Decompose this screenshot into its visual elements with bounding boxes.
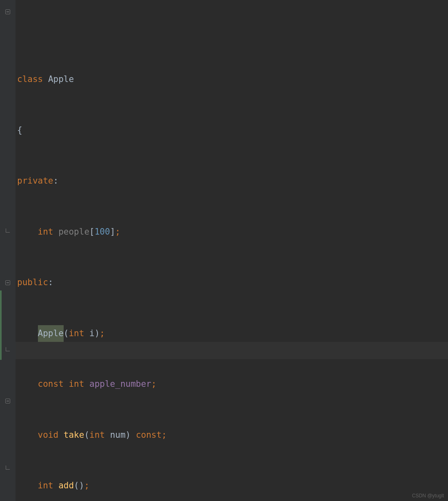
fold-end-icon xyxy=(6,466,10,470)
fold-icon[interactable] xyxy=(5,399,10,403)
code-line[interactable]: public: xyxy=(16,274,448,291)
vcs-change-stripe xyxy=(0,290,2,360)
code-line[interactable]: Apple(int i); xyxy=(16,325,448,342)
fold-end-icon xyxy=(6,347,10,351)
code-line[interactable]: int people[100]; xyxy=(16,224,448,241)
code-line[interactable]: void take(int num) const; xyxy=(16,427,448,444)
watermark: CSDN @ytuglt xyxy=(412,493,444,499)
code-line[interactable]: private: xyxy=(16,173,448,190)
code-editor[interactable]: class Apple { private: int people[100]; … xyxy=(0,0,448,501)
fold-icon[interactable] xyxy=(5,9,10,14)
highlighted-symbol: Apple xyxy=(38,325,64,342)
code-line[interactable]: const int apple_number; xyxy=(16,376,448,393)
fold-icon[interactable] xyxy=(5,280,10,285)
code-line[interactable]: int add(); xyxy=(16,477,448,494)
current-line-highlight xyxy=(16,342,448,359)
fold-end-icon xyxy=(6,228,10,233)
code-area[interactable]: class Apple { private: int people[100]; … xyxy=(16,0,448,501)
code-line[interactable]: class Apple xyxy=(16,71,448,88)
code-line[interactable]: { xyxy=(16,122,448,139)
gutter xyxy=(0,0,16,501)
